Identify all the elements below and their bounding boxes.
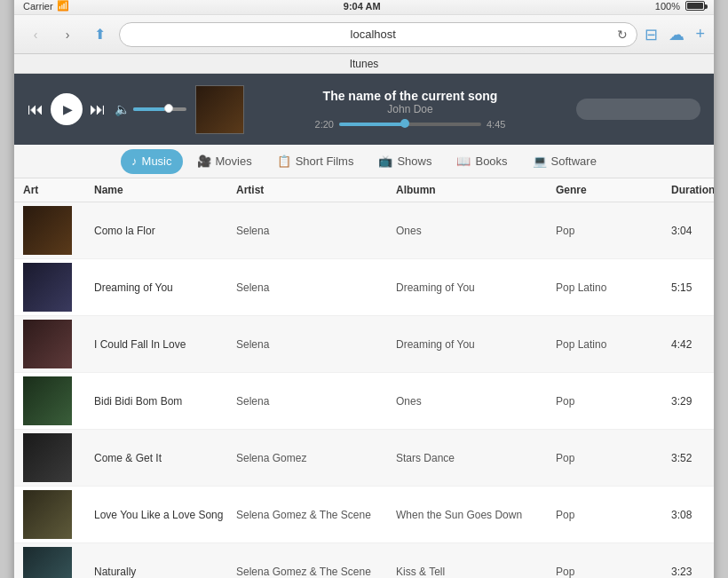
tab-movies[interactable]: 🎥 Movies: [186, 149, 263, 174]
col-artist: Selena: [236, 338, 396, 351]
col-header-album: Albumn: [396, 184, 556, 196]
table-row[interactable]: Come & Get It Selena Gomez Stars Dance P…: [14, 430, 714, 487]
col-duration: 3:23: [671, 566, 715, 578]
refresh-button[interactable]: ↻: [617, 28, 628, 42]
shows-tab-icon: 📺: [378, 154, 392, 168]
col-name: Naturally: [94, 566, 236, 578]
col-album: Ones: [396, 225, 556, 237]
total-time: 4:45: [487, 119, 505, 130]
table-row[interactable]: Naturally Selena Gomez & The Scene Kiss …: [14, 543, 714, 578]
player: ⏮ ▶ ⏭ 🔈 The name of the current song Joh…: [14, 74, 714, 145]
reader-icon[interactable]: ⊟: [645, 25, 658, 44]
forward-button[interactable]: ›: [55, 22, 80, 47]
col-art: [23, 320, 94, 368]
tab-movies-label: Movies: [216, 154, 252, 168]
col-art: [23, 206, 94, 255]
music-table: Art Name Artist Albumn Genre Duration Pr…: [14, 178, 714, 578]
col-header-duration: Duration: [671, 184, 715, 196]
col-name: I Could Fall In Love: [94, 338, 236, 351]
col-art: [23, 263, 94, 312]
address-text: localhost: [129, 28, 617, 41]
col-album: Dreaming of You: [396, 281, 556, 294]
col-album: Dreaming of You: [396, 338, 556, 351]
col-header-art: Art: [23, 184, 94, 196]
app-label-bar: Itunes: [14, 54, 714, 74]
shortfilms-tab-icon: 📋: [277, 154, 291, 168]
software-tab-icon: 💻: [533, 154, 547, 168]
col-duration: 4:42: [671, 338, 715, 351]
col-genre: Pop: [556, 566, 671, 578]
table-row[interactable]: Love You Like a Love Song Selena Gomez &…: [14, 487, 714, 543]
col-genre: Pop: [556, 225, 671, 237]
tab-music[interactable]: ♪ Music: [121, 149, 182, 174]
back-button[interactable]: ‹: [23, 22, 48, 47]
table-row[interactable]: Dreaming of You Selena Dreaming of You P…: [14, 259, 714, 316]
album-art: [23, 263, 72, 312]
album-art: [23, 320, 72, 368]
cloud-icon[interactable]: ☁: [669, 25, 684, 44]
tab-books[interactable]: 📖 Books: [446, 149, 518, 174]
volume-icon: 🔈: [115, 102, 130, 116]
status-bar: Carrier 📶 9:04 AM 100%: [14, 0, 714, 15]
tab-shows[interactable]: 📺 Shows: [368, 149, 442, 174]
col-name: Love You Like a Love Song: [94, 509, 236, 521]
col-artist: Selena: [236, 281, 396, 294]
status-time: 9:04 AM: [69, 1, 655, 12]
player-controls: ⏮ ▶ ⏭: [28, 93, 106, 125]
table-row[interactable]: Bidi Bidi Bom Bom Selena Ones Pop 3:29 1…: [14, 373, 714, 430]
col-duration: 3:29: [671, 395, 715, 408]
wifi-icon: 📶: [57, 0, 69, 12]
col-genre: Pop: [556, 452, 671, 464]
col-duration: 5:15: [671, 281, 715, 294]
play-button[interactable]: ▶: [51, 93, 83, 125]
share-button[interactable]: ⬆: [87, 22, 112, 47]
col-artist: Selena Gomez & The Scene: [236, 566, 396, 578]
col-duration: 3:52: [671, 452, 715, 464]
tab-books-label: Books: [475, 154, 507, 168]
progress-area[interactable]: 2:20 4:45: [315, 119, 506, 130]
col-art: [23, 433, 94, 482]
col-genre: Pop: [556, 509, 671, 521]
col-name: Come & Get It: [94, 452, 236, 464]
col-name: Como la Flor: [94, 225, 236, 237]
col-art: [23, 376, 94, 425]
album-art: [23, 490, 72, 539]
col-album: Ones: [396, 395, 556, 408]
album-art: [23, 547, 72, 578]
now-playing-art: [195, 85, 244, 134]
col-artist: Selena: [236, 395, 396, 408]
movies-tab-icon: 🎥: [197, 154, 211, 168]
col-artist: Selena Gomez & The Scene: [236, 509, 396, 521]
tab-shows-label: Shows: [397, 154, 431, 168]
search-input[interactable]: [576, 99, 700, 120]
tab-software[interactable]: 💻 Software: [522, 149, 607, 174]
col-header-name: Name: [94, 184, 236, 196]
volume-control[interactable]: 🔈: [115, 102, 186, 116]
table-header: Art Name Artist Albumn Genre Duration Pr…: [14, 178, 714, 202]
rewind-button[interactable]: ⏮: [28, 100, 44, 119]
add-tab-icon[interactable]: +: [695, 25, 705, 44]
col-artist: Selena Gomez: [236, 452, 396, 464]
address-bar[interactable]: localhost ↻: [119, 22, 637, 47]
fast-forward-button[interactable]: ⏭: [90, 100, 106, 119]
col-album: When the Sun Goes Down: [396, 509, 556, 521]
album-art: [23, 376, 72, 425]
col-header-artist: Artist: [236, 184, 396, 196]
col-genre: Pop: [556, 395, 671, 408]
col-name: Dreaming of You: [94, 281, 236, 294]
col-artist: Selena: [236, 225, 396, 237]
volume-bar[interactable]: [133, 107, 186, 111]
table-row[interactable]: Como la Flor Selena Ones Pop 3:04 1.419: [14, 202, 714, 259]
carrier-label: Carrier: [23, 1, 53, 12]
album-art: [23, 433, 72, 482]
tab-software-label: Software: [551, 154, 597, 168]
tab-short-films[interactable]: 📋 Short Films: [266, 149, 365, 174]
table-row[interactable]: I Could Fall In Love Selena Dreaming of …: [14, 316, 714, 373]
col-genre: Pop Latino: [556, 281, 671, 294]
col-art: [23, 490, 94, 539]
books-tab-icon: 📖: [456, 154, 471, 168]
col-genre: Pop Latino: [556, 338, 671, 351]
progress-bar[interactable]: [339, 123, 481, 126]
col-name: Bidi Bidi Bom Bom: [94, 395, 236, 408]
col-album: Kiss & Tell: [396, 566, 556, 578]
